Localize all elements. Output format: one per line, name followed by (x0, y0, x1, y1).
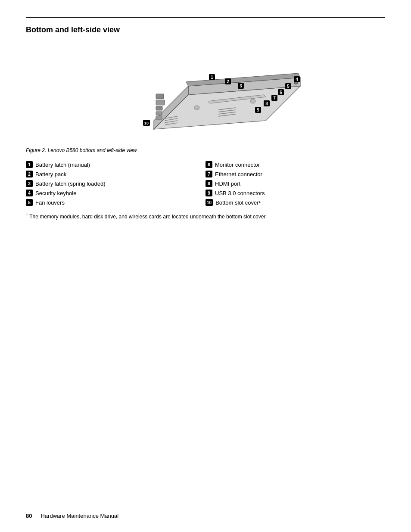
legend-badge: 5 (26, 199, 33, 206)
svg-point-14 (250, 99, 255, 103)
figure-caption: Figure 2. Lenovo B580 bottom and left-si… (26, 147, 385, 153)
legend-badge: 10 (206, 199, 213, 206)
legend-label: Fan louvers (35, 199, 65, 206)
page-footer: 80 Hardware Maintenance Manual (26, 513, 118, 519)
laptop-svg: 1 2 3 4 5 6 (98, 43, 313, 142)
legend-badge: 2 (26, 171, 33, 177)
legend-badge: 7 (206, 171, 212, 177)
legend-label: Battery latch (spring loaded) (35, 180, 106, 187)
svg-point-13 (194, 106, 199, 110)
svg-rect-19 (156, 116, 162, 119)
svg-text:1: 1 (211, 75, 213, 80)
laptop-diagram: 1 2 3 4 5 6 (98, 43, 313, 142)
svg-text:5: 5 (287, 84, 290, 89)
legend-label: Security keyhole (35, 190, 76, 196)
svg-rect-15 (156, 94, 164, 99)
legend-badge: 3 (26, 180, 33, 187)
legend-badge: 6 (206, 161, 212, 168)
legend-badge: 4 (26, 190, 33, 196)
figure-area: 1 2 3 4 5 6 (26, 43, 385, 142)
footnote-sup: 1 (26, 213, 28, 217)
svg-rect-16 (156, 100, 165, 105)
svg-rect-17 (156, 106, 162, 110)
svg-rect-18 (156, 112, 162, 115)
legend-item: 8HDMI port (206, 180, 385, 187)
legend-label: Bottom slot cover¹ (215, 199, 261, 206)
legend-item: 4Security keyhole (26, 190, 206, 196)
svg-text:6: 6 (280, 90, 282, 95)
legend-left-col: 1Battery latch (manual)2Battery pack3Bat… (26, 161, 206, 206)
top-rule (26, 17, 385, 18)
legend-item: 9USB 3.0 connectors (206, 190, 385, 196)
svg-text:10: 10 (144, 121, 149, 125)
legend-item: 3Battery latch (spring loaded) (26, 180, 206, 187)
legend-right-col: 6Monitor connector7Ethernet connector8HD… (206, 161, 385, 206)
legend-item: 7Ethernet connector (206, 171, 385, 177)
legend-item: 6Monitor connector (206, 161, 385, 168)
legend-badge: 1 (26, 161, 33, 168)
legend-item: 1Battery latch (manual) (26, 161, 206, 168)
page-container: Bottom and left-side view (0, 0, 411, 532)
legend-label: Battery latch (manual) (35, 162, 90, 168)
svg-text:9: 9 (257, 108, 259, 112)
page-number: 80 (26, 513, 32, 519)
svg-text:4: 4 (296, 77, 298, 82)
legend-label: Ethernet connector (215, 171, 262, 177)
legend-section: 1Battery latch (manual)2Battery pack3Bat… (26, 161, 385, 206)
legend-badge: 8 (206, 180, 212, 187)
section-title: Bottom and left-side view (26, 25, 385, 34)
legend-label: HDMI port (215, 180, 240, 187)
footnote: 1 The memory modules, hard disk drive, a… (26, 213, 385, 220)
svg-text:3: 3 (240, 84, 242, 88)
svg-text:8: 8 (265, 101, 268, 106)
svg-text:2: 2 (227, 79, 229, 84)
legend-item: 10Bottom slot cover¹ (206, 199, 385, 206)
legend-item: 2Battery pack (26, 171, 206, 177)
legend-label: USB 3.0 connectors (215, 190, 265, 196)
footnote-text: The memory modules, hard disk drive, and… (29, 214, 267, 220)
footer-text: Hardware Maintenance Manual (40, 513, 118, 519)
legend-label: Battery pack (35, 171, 66, 177)
legend-item: 5Fan louvers (26, 199, 206, 206)
legend-label: Monitor connector (215, 162, 260, 168)
legend-badge: 9 (206, 190, 212, 196)
svg-text:7: 7 (273, 96, 276, 100)
